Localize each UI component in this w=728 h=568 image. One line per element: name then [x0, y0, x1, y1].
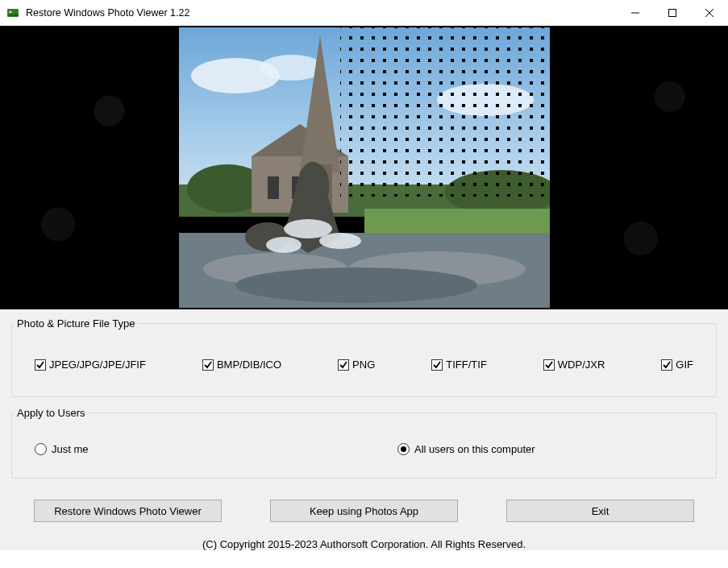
titlebar: Restore Windows Photo Viewer 1.22: [0, 0, 728, 26]
checkbox-wdp[interactable]: WDP/JXR: [543, 359, 605, 371]
radio-all-users[interactable]: All users on this computer: [397, 443, 535, 455]
filetype-group: Photo & Picture File Type JPEG/JPG/JPE/J…: [11, 317, 717, 397]
checkbox-label: GIF: [676, 359, 693, 371]
checkbox-label: PNG: [352, 359, 375, 371]
close-button[interactable]: [691, 0, 728, 26]
button-row: Restore Windows Photo Viewer Keep using …: [11, 488, 717, 530]
svg-rect-3: [669, 9, 676, 16]
checkbox-tiff[interactable]: TIFF/TIF: [431, 359, 487, 371]
svg-rect-18: [268, 176, 279, 199]
users-legend: Apply to Users: [14, 407, 89, 419]
radio-label: All users on this computer: [414, 443, 535, 455]
checkbox-label: BMP/DIB/ICO: [217, 359, 281, 371]
maximize-button[interactable]: [654, 0, 691, 26]
checkbox-label: TIFF/TIF: [446, 359, 487, 371]
svg-point-26: [319, 233, 361, 249]
checkbox-jpeg[interactable]: JPEG/JPG/JPE/JFIF: [35, 359, 146, 371]
svg-point-23: [235, 267, 477, 303]
keep-button[interactable]: Keep using Photos App: [270, 500, 458, 522]
radio-label: Just me: [52, 443, 89, 455]
button-label: Exit: [592, 505, 609, 517]
dither-overlay: [340, 27, 550, 197]
restore-button[interactable]: Restore Windows Photo Viewer: [34, 500, 222, 522]
exit-button[interactable]: Exit: [506, 500, 694, 522]
preview-area: [0, 26, 728, 309]
copyright-text: (C) Copyright 2015-2023 Authorsoft Corpo…: [11, 530, 717, 550]
svg-point-27: [266, 237, 302, 253]
filetype-legend: Photo & Picture File Type: [14, 317, 138, 330]
radio-just-me[interactable]: Just me: [35, 443, 397, 455]
button-label: Restore Windows Photo Viewer: [54, 505, 202, 517]
minimize-button[interactable]: [617, 0, 654, 26]
checkbox-label: JPEG/JPG/JPE/JFIF: [49, 359, 146, 371]
users-group: Apply to Users Just me All users on this…: [11, 407, 717, 479]
checkbox-label: WDP/JXR: [558, 359, 605, 371]
checkbox-bmp[interactable]: BMP/DIB/ICO: [202, 359, 281, 371]
window-title: Restore Windows Photo Viewer 1.22: [26, 7, 189, 19]
button-label: Keep using Photos App: [310, 505, 418, 517]
preview-image: [179, 27, 550, 308]
app-icon: [6, 6, 19, 19]
checkbox-png[interactable]: PNG: [338, 359, 375, 371]
checkbox-gif[interactable]: GIF: [661, 359, 693, 371]
